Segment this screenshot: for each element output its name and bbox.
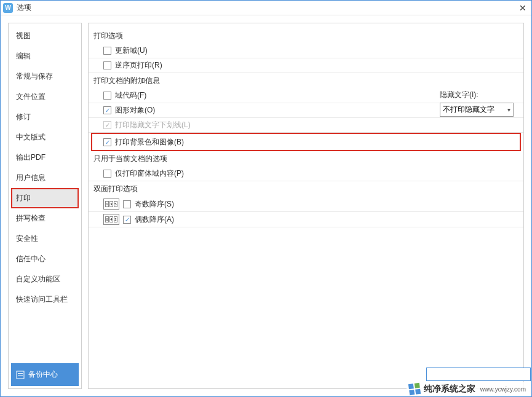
row-print-background: 打印背景色和图像(B) [103,135,517,149]
sidebar-items: 视图 编辑 常规与保存 文件位置 修订 中文版式 输出PDF 用户信息 打印 拼… [11,26,79,363]
sidebar-item-user-info[interactable]: 用户信息 [11,168,79,188]
watermark-logo-icon [408,383,421,395]
checkbox-print-background[interactable] [103,138,111,146]
hidden-text-label: 隐藏文字(I): [440,88,514,101]
options-window: W 选项 ✕ 视图 编辑 常规与保存 文件位置 修订 中文版式 输出PDF 用户… [0,0,532,397]
sidebar-item-chinese-layout[interactable]: 中文版式 [11,127,79,147]
row-update-fields: 更新域(U) [89,44,523,58]
hidden-text-value: 不打印隐藏文字 [443,104,494,115]
content-panel: 打印选项 更新域(U) 逆序页打印(R) 打印文档的附加信息 域代码(F) 图形… [88,23,524,389]
checkbox-update-fields[interactable] [103,47,111,55]
checkbox-field-codes[interactable] [103,92,111,100]
watermark: 纯净系统之家 www.ycwjzy.com [407,382,528,396]
sidebar-item-view[interactable]: 视图 [11,26,79,46]
ok-button-partial[interactable] [426,368,531,381]
close-button[interactable]: ✕ [517,2,529,14]
checkbox-odd-descending[interactable] [123,200,131,208]
row-odd-descending: 135 奇数降序(S) [89,197,523,212]
section-additional-info-title: 打印文档的附加信息 [89,73,523,88]
watermark-url: www.ycwjzy.com [480,386,526,393]
sidebar-item-customize-ribbon[interactable]: 自定义功能区 [11,269,79,289]
row-even-descending: 642 偶数降序(A) [89,212,523,227]
duplex-odd-icon: 135 [103,198,119,210]
sidebar-item-trust-center[interactable]: 信任中心 [11,249,79,269]
sidebar-item-security[interactable]: 安全性 [11,229,79,249]
svg-rect-2 [18,375,23,375]
backup-center-label: 备份中心 [28,369,58,380]
hidden-text-dropdown[interactable]: 不打印隐藏文字 ▾ [440,103,514,117]
sidebar-item-spellcheck[interactable]: 拼写检查 [11,208,79,229]
label-update-fields: 更新域(U) [115,45,148,56]
dialog-body: 视图 编辑 常规与保存 文件位置 修订 中文版式 输出PDF 用户信息 打印 拼… [1,15,531,396]
hidden-text-group: 隐藏文字(I): 不打印隐藏文字 ▾ [440,88,514,117]
checkbox-reverse-print[interactable] [103,61,111,69]
label-print-background: 打印背景色和图像(B) [115,137,184,147]
label-odd-descending: 奇数降序(S) [135,199,174,210]
checkbox-graphic-objects[interactable] [103,106,111,114]
label-graphic-objects: 图形对象(O) [115,105,155,116]
watermark-text: 纯净系统之家 [424,383,475,395]
app-icon: W [3,3,13,13]
backup-icon [16,371,25,379]
chevron-down-icon: ▾ [507,106,510,113]
sidebar-item-export-pdf[interactable]: 输出PDF [11,147,79,168]
sidebar-item-edit[interactable]: 编辑 [11,46,79,66]
duplex-even-icon: 642 [103,214,119,225]
sidebar-item-general-save[interactable]: 常规与保存 [11,66,79,87]
label-reverse-print: 逆序页打印(R) [115,60,162,71]
checkbox-form-fields-only[interactable] [103,170,111,178]
row-hidden-underline: 打印隐藏文字下划线(L) [89,118,523,133]
sidebar: 视图 编辑 常规与保存 文件位置 修订 中文版式 输出PDF 用户信息 打印 拼… [8,23,82,389]
backup-center-button[interactable]: 备份中心 [11,363,79,386]
checkbox-even-descending[interactable] [123,216,131,224]
label-even-descending: 偶数降序(A) [135,214,174,225]
sidebar-item-revision[interactable]: 修订 [11,107,79,127]
svg-rect-1 [18,373,23,374]
section-current-doc-title: 只用于当前文档的选项 [89,151,523,167]
highlight-print-background: 打印背景色和图像(B) [91,133,521,151]
label-field-codes: 域代码(F) [115,90,146,101]
label-form-fields-only: 仅打印窗体域内容(P) [115,168,184,179]
row-reverse-print: 逆序页打印(R) [89,58,523,73]
window-title: 选项 [17,2,517,13]
sidebar-item-quick-access[interactable]: 快速访问工具栏 [11,289,79,310]
sidebar-item-file-location[interactable]: 文件位置 [11,87,79,107]
sidebar-item-print[interactable]: 打印 [11,188,79,208]
label-hidden-underline: 打印隐藏文字下划线(L) [115,120,191,130]
checkbox-hidden-underline [103,121,111,129]
section-print-options-title: 打印选项 [89,28,523,44]
titlebar: W 选项 ✕ [1,1,531,15]
section-duplex-title: 双面打印选项 [89,181,523,197]
row-form-fields-only: 仅打印窗体域内容(P) [89,167,523,181]
